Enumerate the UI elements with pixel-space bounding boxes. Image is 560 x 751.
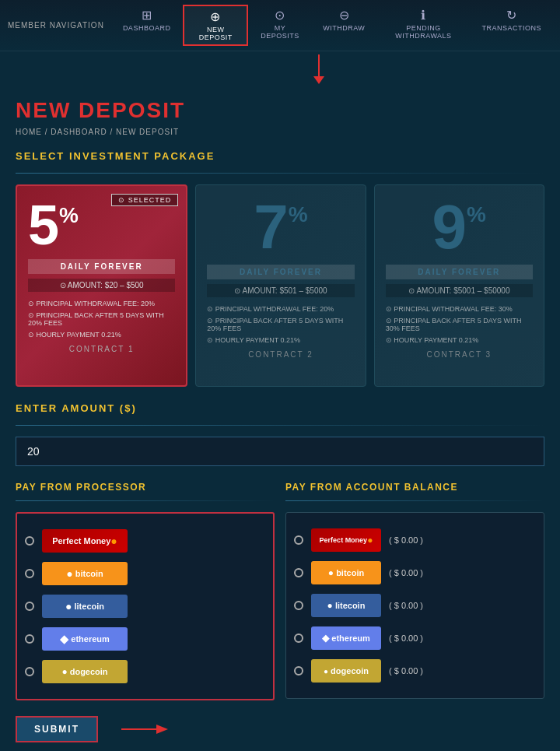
pending-icon: ℹ	[421, 8, 426, 23]
red-arrow-svg	[121, 721, 168, 737]
pm-balance: ( $ 0.00 )	[389, 535, 423, 545]
package-label-1: DAILY FOREVER	[28, 259, 175, 274]
select-package-title: SELECT INVESTMENT PACKAGE	[16, 150, 544, 162]
nav-dashboard-label: DASHBOARD	[123, 24, 171, 32]
page-title-highlight: DEPOSIT	[79, 98, 185, 122]
nav-bar: MEMBER NAVIGATION ⊞ DASHBOARD ⊕ NEW DEPO…	[0, 0, 560, 51]
pay-row: PAY FROM PROCESSOR Perfect Money● ● bitc…	[16, 482, 544, 700]
pay-option-ltc-bal[interactable]: ● litecoin ( $ 0.00 )	[294, 592, 536, 619]
package-label-2: DAILY FOREVER	[207, 265, 354, 279]
package-card-1[interactable]: ⊙ SELECTED 5 % DAILY FOREVER ⊙ AMOUNT: $…	[16, 184, 187, 387]
package-card-2[interactable]: 7 % DAILY FOREVER ⊙ AMOUNT: $501 – $5000…	[195, 184, 366, 387]
pkg-detail-2-2: ⊙ PRINCIPAL BACK AFTER 5 DAYS WITH 20% F…	[207, 317, 354, 332]
radio-btc-bal[interactable]	[294, 568, 303, 577]
package-percent-2: 7 %	[207, 196, 354, 258]
radio-btc-proc[interactable]	[25, 569, 34, 578]
pay-option-btc-proc[interactable]: ● bitcoin	[25, 560, 265, 587]
pkg-detail-3-2: ⊙ PRINCIPAL BACK AFTER 5 DAYS WITH 30% F…	[386, 317, 533, 332]
page-title: NEW DEPOSIT	[16, 98, 544, 123]
nav-pending-withdrawals[interactable]: ℹ PENDING WITHDRAWALS	[377, 5, 469, 46]
bal-divider	[285, 500, 544, 501]
ltc-balance: ( $ 0.00 )	[389, 601, 423, 610]
btc-proc-logo: ● bitcoin	[42, 562, 128, 585]
pay-option-btc-bal[interactable]: ● bitcoin ( $ 0.00 )	[294, 560, 536, 586]
nav-transactions[interactable]: ↻ TRANSACTIONS	[471, 5, 552, 46]
radio-pm-proc[interactable]	[25, 536, 34, 546]
package-amount-3: ⊙ AMOUNT: $5001 – $50000	[386, 284, 533, 297]
amount-section: ENTER AMOUNT ($)	[16, 402, 544, 466]
radio-ltc-proc[interactable]	[25, 602, 34, 611]
pay-from-processor-section: PAY FROM PROCESSOR Perfect Money● ● bitc…	[16, 482, 275, 700]
contract-label-3: CONTRACT 3	[386, 350, 533, 359]
packages-row: ⊙ SELECTED 5 % DAILY FOREVER ⊙ AMOUNT: $…	[16, 184, 544, 387]
amount-title: ENTER AMOUNT ($)	[16, 402, 544, 414]
doge-proc-logo: ● dogecoin	[42, 660, 128, 683]
amount-input[interactable]	[16, 437, 544, 466]
nav-transactions-label: TRANSACTIONS	[481, 24, 541, 32]
eth-bal-logo: ◆ ethereum	[311, 626, 381, 650]
nav-withdraw-label: WITHDRAW	[323, 24, 365, 32]
radio-doge-bal[interactable]	[294, 666, 303, 676]
section-divider-2	[16, 425, 544, 426]
breadcrumb: HOME / DASHBOARD / NEW DEPOSIT	[16, 128, 544, 136]
ltc-proc-logo: ● litecoin	[42, 595, 128, 618]
pay-processor-title: PAY FROM PROCESSOR	[16, 482, 275, 493]
radio-ltc-bal[interactable]	[294, 601, 303, 610]
selected-badge: ⊙ SELECTED	[111, 194, 178, 206]
eth-proc-logo: ◆ ethereum	[42, 627, 128, 651]
pay-balance-box: Perfect Money● ( $ 0.00 ) ● bitcoin ( $ …	[285, 512, 544, 699]
package-card-3[interactable]: 9 % DAILY FOREVER ⊙ AMOUNT: $5001 – $500…	[374, 184, 544, 387]
pkg-detail-1-3: ⊙ HOURLY PAYMENT 0.21%	[28, 331, 175, 339]
doge-bal-logo: ● dogecoin	[311, 659, 381, 683]
new-deposit-icon: ⊕	[210, 9, 221, 24]
nav-dashboard[interactable]: ⊞ DASHBOARD	[112, 5, 182, 46]
section-divider-1	[16, 173, 544, 174]
nav-my-deposits-label: MY DEPOSITS	[261, 24, 299, 40]
submit-arrow	[121, 721, 168, 737]
nav-withdraw[interactable]: ⊖ WITHDRAW	[312, 5, 376, 46]
transactions-icon: ↻	[506, 8, 517, 23]
doge-balance: ( $ 0.00 )	[389, 666, 423, 676]
eth-balance: ( $ 0.00 )	[389, 633, 423, 643]
svg-marker-1	[156, 725, 168, 734]
contract-label-1: CONTRACT 1	[28, 345, 175, 353]
radio-eth-bal[interactable]	[294, 633, 303, 643]
pay-option-eth-bal[interactable]: ◆ ethereum ( $ 0.00 )	[294, 625, 536, 651]
btc-bal-logo: ● bitcoin	[311, 561, 381, 584]
contract-label-2: CONTRACT 2	[207, 350, 354, 359]
my-deposits-icon: ⊙	[275, 8, 285, 23]
pm-proc-logo: Perfect Money●	[42, 529, 128, 553]
withdraw-icon: ⊖	[339, 8, 350, 23]
pkg-detail-1-1: ⊙ PRINCIPAL WITHDRAWAL FEE: 20%	[28, 300, 175, 307]
pm-bal-logo: Perfect Money●	[311, 528, 381, 552]
pay-option-doge-proc[interactable]: ● dogecoin	[25, 658, 265, 685]
submit-row: SUBMIT	[16, 716, 544, 742]
radio-doge-proc[interactable]	[25, 667, 34, 676]
ltc-bal-logo: ● litecoin	[311, 594, 381, 617]
radio-eth-proc[interactable]	[25, 634, 34, 644]
pkg-detail-1-2: ⊙ PRINCIPAL BACK AFTER 5 DAYS WITH 20% F…	[28, 311, 175, 327]
pay-processor-box: Perfect Money● ● bitcoin ● litecoin	[16, 512, 275, 700]
pkg-detail-3-1: ⊙ PRINCIPAL WITHDRAWAL FEE: 30%	[386, 305, 533, 313]
nav-pending-label: PENDING WITHDRAWALS	[388, 24, 458, 40]
page-title-main: NEW	[16, 98, 79, 122]
nav-my-deposits[interactable]: ⊙ MY DEPOSITS	[250, 5, 310, 46]
pkg-detail-3-3: ⊙ HOURLY PAYMENT 0.21%	[386, 336, 533, 344]
pay-option-doge-bal[interactable]: ● dogecoin ( $ 0.00 )	[294, 658, 536, 684]
pay-from-balance-section: PAY FROM ACCOUNT BALANCE Perfect Money● …	[285, 482, 544, 700]
pay-option-eth-proc[interactable]: ◆ ethereum	[25, 626, 265, 652]
pkg-detail-2-1: ⊙ PRINCIPAL WITHDRAWAL FEE: 20%	[207, 305, 354, 313]
package-amount-2: ⊙ AMOUNT: $501 – $5000	[207, 284, 354, 297]
btc-balance: ( $ 0.00 )	[389, 568, 423, 577]
proc-divider	[16, 500, 275, 501]
package-label-3: DAILY FOREVER	[386, 265, 533, 279]
pay-option-pm-proc[interactable]: Perfect Money●	[25, 528, 265, 554]
submit-button[interactable]: SUBMIT	[16, 716, 98, 742]
radio-pm-bal[interactable]	[294, 535, 303, 545]
nav-new-deposit[interactable]: ⊕ NEW DEPOSIT	[183, 5, 248, 46]
pay-option-ltc-proc[interactable]: ● litecoin	[25, 593, 265, 619]
dashboard-icon: ⊞	[142, 8, 152, 23]
nav-new-deposit-label: NEW DEPOSIT	[195, 26, 236, 41]
pay-option-pm-bal[interactable]: Perfect Money● ( $ 0.00 )	[294, 527, 536, 553]
member-nav-label: MEMBER NAVIGATION	[8, 21, 104, 30]
